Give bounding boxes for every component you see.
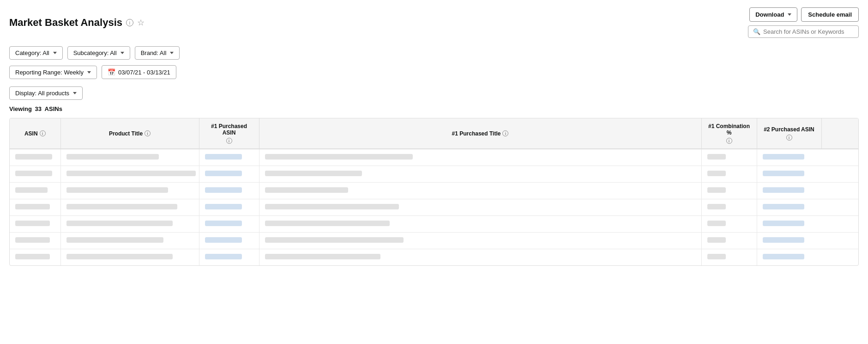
col-purchased-asin1-cell (199, 183, 259, 199)
viewing-text: Viewing 33 ASINs (9, 105, 859, 112)
col-product-title-info-icon[interactable]: i (145, 130, 151, 136)
table-header-row: ASIN i Product Title i (10, 118, 858, 149)
subcategory-filter-button[interactable]: Subcategory: All (67, 46, 130, 60)
col-purchased-asin1-label: #1 Purchased ASIN (205, 123, 253, 136)
schedule-email-label: Schedule email (808, 11, 852, 18)
col-header-purchased-asin2: #2 Purchased ASIN i (757, 118, 821, 149)
col-asin-info-icon[interactable]: i (40, 130, 46, 136)
reporting-range-label: Reporting Range: Weekly (15, 69, 84, 76)
category-filter-label: Category: All (15, 49, 49, 56)
col-asin-cell (10, 199, 60, 216)
col-purchased-title1-cell (259, 199, 701, 216)
col-purchased-asin2-cell (757, 183, 821, 199)
table-row (10, 249, 858, 266)
search-box[interactable]: 🔍 (748, 25, 859, 38)
col-product-title-cell (60, 249, 199, 266)
col-asin-cell (10, 216, 60, 233)
table-row (10, 199, 858, 216)
col-asin-cell (10, 149, 60, 166)
download-chevron-icon (788, 13, 791, 16)
reporting-range-chevron-icon (87, 71, 91, 74)
header-row: Market Basket Analysis i ☆ Download Sche… (9, 7, 859, 38)
schedule-email-button[interactable]: Schedule email (801, 7, 859, 22)
favorite-star-icon[interactable]: ☆ (137, 18, 145, 28)
col-combination1-cell (701, 249, 757, 266)
col-purchased-asin2-info-icon[interactable]: i (786, 135, 792, 141)
col-combination1-cell (701, 183, 757, 199)
reporting-range-button[interactable]: Reporting Range: Weekly (9, 66, 97, 79)
col-purchased-title1-label: #1 Purchased Title (452, 130, 501, 137)
col-purchased-title1-cell (259, 233, 701, 249)
col-combination1-cell (701, 149, 757, 166)
filters-row2: Reporting Range: Weekly 📅 03/07/21 - 03/… (9, 65, 859, 79)
col-asin-label: ASIN (24, 130, 38, 137)
subcategory-chevron-icon (121, 52, 124, 54)
col-product-title-cell (60, 233, 199, 249)
action-buttons: Download Schedule email (749, 7, 859, 22)
display-chevron-icon (73, 92, 77, 94)
data-table-wrapper: ASIN i Product Title i (9, 118, 859, 266)
col-purchased-asin1-cell (199, 199, 259, 216)
col-header-asin: ASIN i (10, 118, 60, 149)
col-purchased-asin2-cell (757, 199, 821, 216)
col-asin-cell (10, 166, 60, 183)
search-input[interactable] (763, 28, 854, 35)
category-chevron-icon (53, 52, 57, 54)
display-filter-label: Display: All products (15, 90, 69, 97)
col-purchased-asin2-label: #2 Purchased ASIN (764, 126, 814, 133)
col-asin-cell (10, 233, 60, 249)
col-purchased-title1-cell (259, 249, 701, 266)
col-header-overflow (821, 118, 858, 149)
col-product-title-cell (60, 199, 199, 216)
col-combination1-cell (701, 166, 757, 183)
col-purchased-asin2-cell (757, 166, 821, 183)
viewing-unit: ASINs (45, 105, 62, 112)
filters-row1: Category: All Subcategory: All Brand: Al… (9, 46, 859, 60)
brand-filter-button[interactable]: Brand: All (135, 46, 180, 60)
col-combination1-info-icon[interactable]: i (726, 138, 732, 144)
table-row (10, 216, 858, 233)
title-section: Market Basket Analysis i ☆ (9, 17, 145, 29)
col-header-purchased-title1: #1 Purchased Title i (259, 118, 701, 149)
col-purchased-asin1-info-icon[interactable]: i (226, 138, 232, 144)
col-purchased-title1-cell (259, 149, 701, 166)
table-row (10, 233, 858, 249)
subcategory-filter-label: Subcategory: All (73, 49, 117, 56)
col-purchased-title1-cell (259, 183, 701, 199)
col-purchased-asin1-cell (199, 249, 259, 266)
brand-chevron-icon (170, 52, 174, 54)
table-row (10, 183, 858, 199)
col-purchased-title1-info-icon[interactable]: i (502, 130, 508, 136)
col-purchased-asin1-cell (199, 149, 259, 166)
page-wrapper: Market Basket Analysis i ☆ Download Sche… (0, 0, 868, 273)
col-product-title-cell (60, 216, 199, 233)
col-asin-cell (10, 249, 60, 266)
viewing-count: 33 (35, 105, 42, 112)
col-header-combination1: #1 Combination % i (701, 118, 757, 149)
col-purchased-title1-cell (259, 166, 701, 183)
download-label: Download (755, 11, 784, 18)
title-info-icon[interactable]: i (126, 19, 133, 26)
table-body (10, 149, 858, 265)
col-purchased-asin1-cell (199, 216, 259, 233)
calendar-icon: 📅 (108, 68, 115, 76)
col-purchased-title1-cell (259, 216, 701, 233)
display-filter-button[interactable]: Display: All products (9, 86, 83, 100)
viewing-label: Viewing (9, 105, 32, 112)
search-icon: 🔍 (753, 28, 760, 35)
col-header-purchased-asin1: #1 Purchased ASIN i (199, 118, 259, 149)
category-filter-button[interactable]: Category: All (9, 46, 63, 60)
col-purchased-asin2-cell (757, 216, 821, 233)
col-purchased-asin1-cell (199, 166, 259, 183)
col-combination1-cell (701, 216, 757, 233)
col-purchased-asin2-cell (757, 249, 821, 266)
col-purchased-asin2-cell (757, 149, 821, 166)
col-purchased-asin2-cell (757, 233, 821, 249)
date-range-picker[interactable]: 📅 03/07/21 - 03/13/21 (102, 65, 176, 79)
col-product-title-cell (60, 166, 199, 183)
col-product-title-label: Product Title (109, 130, 143, 137)
header-actions: Download Schedule email 🔍 (748, 7, 859, 38)
download-button[interactable]: Download (749, 7, 797, 22)
col-combination1-cell (701, 233, 757, 249)
table-row (10, 149, 858, 166)
